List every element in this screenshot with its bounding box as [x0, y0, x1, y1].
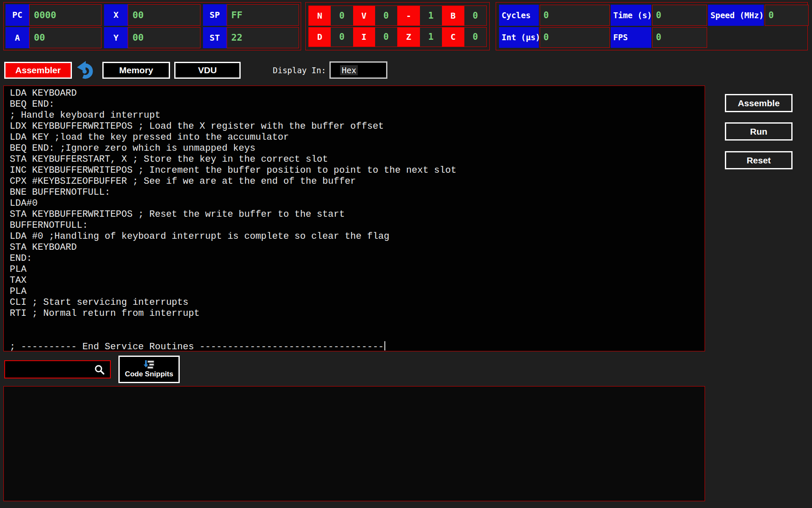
- registers-panel: PC 0000 X 00 SP FF A 00 Y 00 ST 22: [3, 2, 301, 50]
- code-line: CPX #KEYBSIZEOFBUFFER ; See if we are at…: [10, 176, 705, 187]
- register-label: A: [5, 27, 29, 49]
- assembly-code-editor[interactable]: LDA KEYBOARDBEQ END:; Handle keyboard in…: [3, 86, 705, 351]
- flag-value-z: 1: [420, 28, 442, 47]
- stat-value-int: 0: [540, 27, 610, 48]
- flag-group: N 0 V 0: [308, 6, 398, 26]
- code-snippets-label: Code Snippits: [125, 370, 173, 378]
- code-line: STA KEYBBUFFERWRITEPOS ; Reset the write…: [10, 209, 705, 220]
- flag-value-i: 0: [375, 28, 397, 47]
- register-x: X 00: [104, 4, 200, 26]
- search-icon: [94, 364, 105, 375]
- code-line: BNE BUFFERNOTFULL:: [10, 187, 705, 198]
- register-st: ST 22: [203, 27, 299, 49]
- flag-value-d: 0: [331, 28, 353, 47]
- snippet-search-box: [4, 360, 111, 378]
- code-line: LDA KEYBOARD: [10, 88, 705, 99]
- code-line: LDA#0: [10, 198, 705, 209]
- stat-value-speed: 0: [765, 5, 809, 26]
- code-line: RTI ; Normal return from interrupt: [10, 308, 705, 319]
- display-mode-select[interactable]: Hex: [329, 61, 387, 79]
- stat-label-cycles: Cycles: [499, 5, 539, 26]
- flag-label-d: D: [309, 28, 331, 47]
- display-mode-value: Hex: [340, 65, 358, 75]
- register-sp: SP FF: [203, 4, 299, 26]
- code-snippet-icon: [143, 360, 155, 369]
- assembler-output-panel: [3, 386, 705, 501]
- stat-value-fps: 0: [652, 27, 707, 48]
- code-line: [10, 319, 705, 330]
- register-value[interactable]: 0000: [29, 4, 102, 26]
- flags-row: D 0 I 0 Z 1 C 0: [308, 27, 487, 47]
- code-line: PLA: [10, 286, 705, 297]
- flag-value-n: 0: [331, 6, 353, 25]
- register-label: PC: [5, 4, 29, 26]
- code-line: PLA: [10, 264, 705, 275]
- stat-label-speed: Speed (MHz): [708, 5, 764, 26]
- stat-value-cycles: 0: [540, 5, 610, 26]
- flag-group: - 1 B 0: [397, 6, 487, 26]
- display-in-label: Display In:: [273, 66, 326, 75]
- flag-value-c: 0: [464, 28, 487, 47]
- flag-group: D 0 I 0: [308, 27, 398, 47]
- flags-row: N 0 V 0 - 1 B 0: [308, 6, 487, 26]
- flag-value-b: 0: [464, 6, 487, 25]
- register-pc: PC 0000: [5, 4, 102, 26]
- text-caret: [384, 341, 385, 351]
- code-line: TAX: [10, 275, 705, 286]
- flag-group: Z 1 C 0: [397, 27, 487, 47]
- run-button[interactable]: Run: [725, 122, 793, 141]
- code-line: BEQ END:: [10, 99, 705, 110]
- tab-assembler[interactable]: Assembler: [4, 62, 72, 79]
- register-label: Y: [104, 27, 128, 49]
- code-line: LDA #0 ;Handling of keyboard interrupt i…: [10, 231, 705, 242]
- code-line: STA KEYBUFFERSTART, X ; Store the key in…: [10, 154, 705, 165]
- tab-vdu[interactable]: VDU: [174, 62, 241, 79]
- stat-label-time: Time (s): [611, 5, 651, 26]
- register-value[interactable]: 00: [128, 4, 200, 26]
- code-line: LDX KEYBBUFFERWRITEPOS ; Load the X regi…: [10, 121, 705, 132]
- code-line: BUFFERNOTFULL:: [10, 220, 705, 231]
- register-value[interactable]: 00: [29, 27, 102, 49]
- code-line: BEQ END: ;Ignore zero which is unmapped …: [10, 143, 705, 154]
- code-line: ; Handle keyboard interrupt: [10, 110, 705, 121]
- flag-label-c: C: [442, 28, 464, 47]
- code-line: LDA KEY ;load the key pressed into the a…: [10, 132, 705, 143]
- tab-memory[interactable]: Memory: [102, 62, 170, 79]
- flag-label-n: N: [309, 6, 331, 25]
- code-snippets-button[interactable]: Code Snippits: [118, 356, 180, 383]
- stat-label-int: Int (µs): [499, 27, 539, 48]
- stat-label-fps: FPS: [611, 27, 651, 48]
- flag-label-b: B: [442, 6, 464, 25]
- flag-value-v: 0: [375, 6, 397, 25]
- register-value[interactable]: 22: [227, 27, 299, 49]
- code-line: CLI ; Start servicing interrupts: [10, 297, 705, 308]
- flag-label-v: V: [353, 6, 375, 25]
- code-line: [10, 330, 705, 341]
- stat-value-time: 0: [652, 5, 707, 26]
- flag-label-z: Z: [398, 28, 420, 47]
- register-label: SP: [203, 4, 227, 26]
- reset-button[interactable]: Reset: [725, 151, 793, 169]
- register-label: ST: [203, 27, 227, 49]
- undo-refresh-icon[interactable]: [77, 60, 95, 80]
- register-value[interactable]: 00: [128, 27, 200, 49]
- register-a: A 00: [5, 27, 102, 49]
- register-value[interactable]: FF: [227, 4, 299, 26]
- flag-label-unused: -: [398, 6, 420, 25]
- search-input[interactable]: [5, 365, 94, 374]
- register-label: X: [104, 4, 128, 26]
- code-line: INC KEYBBUFFERWRITEPOS ; Increment the b…: [10, 165, 705, 176]
- code-line: ; ---------- End Service Routines ------…: [10, 341, 705, 351]
- stats-panel: Cycles 0 Time (s) 0 Speed (MHz) 0 Int (µ…: [496, 2, 808, 50]
- code-line: END:: [10, 253, 705, 264]
- flag-label-i: I: [353, 28, 375, 47]
- assemble-button[interactable]: Assemble: [725, 94, 793, 112]
- status-flags-panel: N 0 V 0 - 1 B 0 D 0 I 0 Z 1 C 0: [305, 2, 490, 50]
- register-y: Y 00: [104, 27, 200, 49]
- flag-value-unused: 1: [420, 6, 442, 25]
- code-line: STA KEYBOARD: [10, 242, 705, 253]
